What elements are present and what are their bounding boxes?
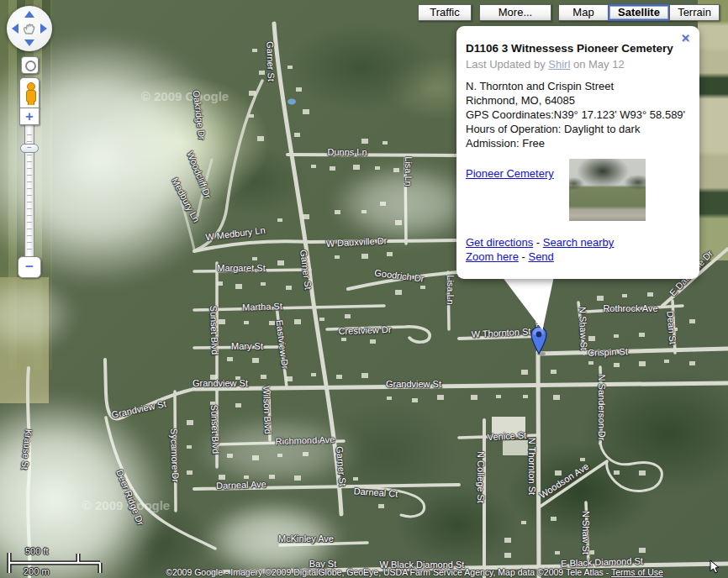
info-window-actions-row2: Zoom here - Send [466, 250, 554, 263]
get-directions-link[interactable]: Get directions [466, 236, 533, 249]
street-label: Martha St [242, 301, 282, 313]
hand-icon [22, 21, 37, 36]
place-details: N. Thornton and Crispin Street Richmond,… [466, 79, 685, 150]
send-link[interactable]: Send [528, 250, 553, 263]
street-view-pegman[interactable] [19, 77, 40, 108]
author-link[interactable]: Shirl [548, 58, 570, 71]
street-label: N Thornton St [527, 438, 537, 495]
map-canvas[interactable]: { "controls": { "buttons": [ {"label": "… [0, 0, 728, 578]
pan-up-icon[interactable] [24, 11, 34, 18]
street-label: Rothrock Ave [603, 303, 657, 313]
street-label: Garner St [265, 41, 277, 81]
street-label: Crispin St [588, 346, 628, 358]
hours-of-operation: Hours of Operation: Daylight to dark [466, 122, 685, 136]
scale-bar: 500 ft 200 m [5, 544, 114, 578]
zoom-out-button[interactable]: − [18, 256, 41, 278]
map-pin-marker[interactable] [530, 326, 547, 360]
street-label: N Sanderson Dr [597, 375, 607, 441]
street-label: N Shaw St [581, 511, 591, 554]
street-label: Crestview Dr [338, 324, 391, 336]
street-label: Grandview St [386, 379, 441, 389]
street-label: Darneal Ave [216, 479, 266, 491]
street-label: Venice St [487, 430, 526, 442]
scale-meters-label: 200 m [24, 566, 50, 576]
pan-left-icon[interactable] [12, 24, 18, 34]
street-label: Sycamore Dr [169, 428, 181, 483]
info-window-title: D1106 3 Witnessess Pioneer Cemetery [466, 42, 673, 55]
street-label: Margaret St [217, 263, 265, 273]
info-window-actions-row1: Get directions - Search nearby [466, 236, 614, 249]
address-line1: N. Thornton and Crispin Street [466, 79, 685, 93]
street-label: Wilson Blvd [261, 386, 273, 434]
street-label: N College St [476, 451, 486, 503]
pan-right-icon[interactable] [40, 24, 47, 34]
street-label: Dunns Ln [327, 147, 367, 157]
pan-down-icon[interactable] [24, 39, 34, 46]
gps-coordinates: GPS Coordinates:N39° 17.123' W93° 58.589… [466, 108, 685, 122]
cemetery-link[interactable]: Pioneer Cemetery [466, 167, 554, 180]
satellite-view-button[interactable]: Satellite [608, 4, 670, 21]
terrain-view-button[interactable]: Terrain [669, 4, 720, 21]
zoom-here-link[interactable]: Zoom here [466, 250, 519, 263]
traffic-button[interactable]: Traffic [418, 4, 472, 21]
info-window: ✕ D1106 3 Witnessess Pioneer Cemetery La… [456, 26, 699, 279]
more-button[interactable]: More... [479, 4, 551, 21]
street-label: Lisa Ln [404, 156, 414, 186]
cemetery-photo-thumbnail[interactable] [569, 159, 646, 221]
admission-info: Admission: Free [466, 136, 685, 150]
pegman-icon [26, 82, 34, 104]
street-label: McKinley Ave [278, 533, 334, 544]
street-label: Lisa Ln [446, 275, 456, 304]
cursor-arrow-icon [709, 560, 722, 575]
street-label: Mary St [231, 341, 263, 351]
address-line2: Richmond, MO, 64085 [466, 93, 685, 108]
street-label: Grandview St [193, 378, 248, 388]
copyright-text: ©2009 Google - Imagery ©2009 DigitalGlob… [166, 567, 611, 577]
street-label: N Shaw St [578, 307, 589, 350]
map-attribution: ©2009 Google - Imagery ©2009 DigitalGlob… [135, 567, 694, 577]
last-updated-line: Last Updated by Shirl on May 12 [466, 58, 625, 71]
map-view-button[interactable]: Map [558, 4, 609, 21]
street-label: Sunset Blvd [208, 305, 220, 355]
street-label: Richmond Ave [275, 434, 335, 446]
close-icon[interactable]: ✕ [681, 33, 690, 44]
link-separator: - [522, 250, 525, 263]
scale-feet-label: 500 ft [25, 546, 49, 556]
street-label: Sunset Blvd [209, 404, 221, 454]
recenter-button[interactable] [21, 56, 39, 74]
updated-prefix: Last Updated by [466, 58, 546, 71]
link-separator: - [536, 236, 540, 249]
zoom-in-button[interactable]: + [19, 108, 40, 125]
search-nearby-link[interactable]: Search nearby [543, 236, 615, 249]
google-watermark: © 2009 Google [141, 89, 229, 103]
terms-of-use-link[interactable]: Terms of Use [611, 567, 663, 577]
updated-suffix: on May 12 [573, 58, 625, 71]
zoom-slider-handle[interactable]: − [20, 144, 39, 153]
pan-control[interactable] [7, 6, 52, 51]
